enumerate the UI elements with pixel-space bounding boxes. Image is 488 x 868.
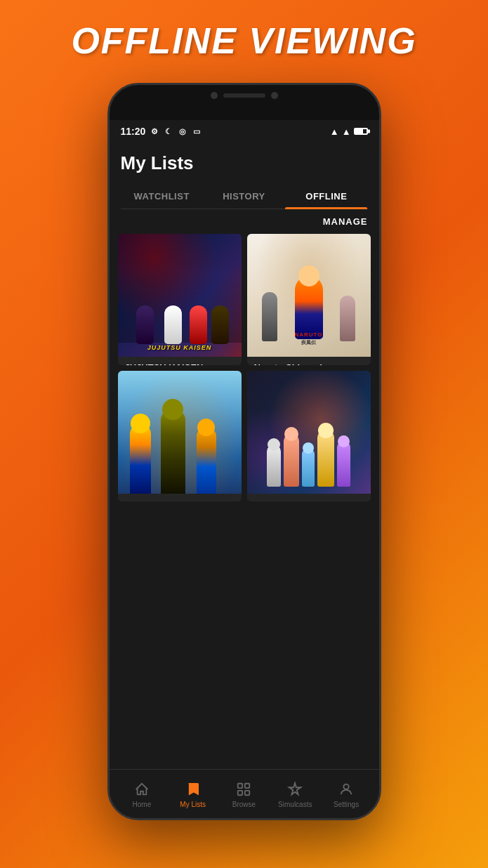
- hq-char-3: [197, 427, 216, 494]
- anime-info-jjk: JUJUTSU KAISEN 1 Episode ⋮: [118, 357, 242, 365]
- page-title: My Lists: [121, 152, 368, 174]
- anime-title-jjk: JUJUTSU KAISEN: [125, 362, 235, 365]
- jjk-title-overlay: JUJUTSU KAISEN: [147, 344, 212, 351]
- hq-char-2: [161, 409, 185, 494]
- wifi-icon: ▲: [330, 126, 339, 137]
- other-figures: [254, 378, 364, 487]
- camera-area: [211, 85, 278, 99]
- phone-device: 11:20 ⚙ ☾ ◎ ▭ ▲ ▲ My Lists: [107, 83, 381, 820]
- anime-poster-jjk: JUJUTSU KAISEN: [118, 234, 242, 357]
- of-char-1: [267, 445, 281, 487]
- svg-rect-0: [238, 784, 242, 788]
- char-figure-3: [190, 305, 207, 344]
- of-char-5: [337, 441, 350, 487]
- manage-row: MANAGE: [110, 209, 379, 234]
- anime-card-other[interactable]: Bungo Stray Dogs 1 Episode ⋮: [247, 371, 371, 502]
- battery-icon: [354, 128, 368, 135]
- of-char-4: [317, 430, 334, 487]
- tabs-bar: WATCHLIST HISTORY OFFLINE: [121, 184, 368, 209]
- nav-label-my-lists: My Lists: [180, 801, 206, 808]
- bottom-nav: Home My Lists: [110, 769, 379, 820]
- svg-point-4: [343, 784, 348, 789]
- browse-icon: [235, 781, 252, 798]
- camera-dot-right: [271, 92, 278, 99]
- simulcasts-icon: [286, 781, 303, 798]
- char-figure-4: [211, 305, 229, 344]
- settings-svg: [338, 782, 354, 797]
- camera-dot-left: [211, 92, 218, 99]
- settings-icon: [338, 781, 355, 798]
- anime-grid: JUJUTSU KAISEN JUJUTSU KAISEN 1 Episode …: [110, 234, 379, 501]
- anime-info-haikyuu: Haikyuu!! 1 Episode ⋮: [118, 494, 242, 502]
- nav-item-browse[interactable]: Browse: [218, 781, 270, 808]
- tab-watchlist[interactable]: WATCHLIST: [121, 184, 203, 209]
- manage-button[interactable]: MANAGE: [323, 216, 368, 227]
- of-char-2: [284, 434, 299, 487]
- offline-viewing-header: OFFLINE VIEWING: [0, 0, 488, 69]
- naruto-figure: [295, 276, 323, 339]
- moon-icon: ☾: [164, 126, 173, 136]
- anime-info-naruto: Naruto Shippuden 1 Episode ⋮: [247, 357, 371, 365]
- anime-poster-other: [247, 371, 371, 494]
- of-char-3: [302, 448, 315, 487]
- status-left: 11:20 ⚙ ☾ ◎ ▭: [121, 126, 202, 137]
- home-icon: [133, 781, 150, 798]
- svg-rect-3: [245, 791, 249, 795]
- gear-icon: ⚙: [150, 126, 159, 136]
- my-lists-icon: [185, 781, 202, 798]
- nav-item-my-lists[interactable]: My Lists: [167, 781, 218, 808]
- battery-fill: [355, 129, 363, 133]
- naruto-poster-text: NARUTO 疾風伝: [294, 331, 322, 346]
- nav-label-simulcasts: Simulcasts: [278, 801, 312, 808]
- hq-char-1: [130, 423, 151, 494]
- svg-rect-2: [238, 791, 242, 795]
- app-screen: My Lists WATCHLIST HISTORY OFFLINE MANAG…: [110, 143, 379, 820]
- nav-item-home[interactable]: Home: [117, 781, 168, 808]
- anime-card-jujutsu-kaisen[interactable]: JUJUTSU KAISEN JUJUTSU KAISEN 1 Episode …: [118, 234, 242, 365]
- anime-poster-naruto: NARUTO 疾風伝: [247, 234, 371, 357]
- haikyuu-figures: [118, 395, 242, 494]
- status-bar: 11:20 ⚙ ☾ ◎ ▭ ▲ ▲: [110, 120, 379, 143]
- anime-title-naruto: Naruto Shippuden: [254, 362, 364, 365]
- circle-icon: ◎: [178, 126, 187, 136]
- nav-item-settings[interactable]: Settings: [321, 781, 372, 808]
- tab-history[interactable]: HISTORY: [203, 184, 285, 209]
- nav-item-simulcasts[interactable]: Simulcasts: [270, 781, 321, 808]
- svg-rect-1: [245, 784, 249, 788]
- char-figure-2: [164, 305, 182, 344]
- simulcasts-svg: [287, 782, 303, 797]
- page-title-bar: My Lists WATCHLIST HISTORY OFFLINE: [110, 143, 379, 209]
- signal-icon: ▲: [342, 126, 351, 137]
- anime-card-haikyuu[interactable]: Haikyuu!! 1 Episode ⋮: [118, 371, 242, 502]
- phone-top-hardware: [110, 85, 379, 120]
- bookmark-svg: [185, 782, 201, 797]
- speaker-bar: [223, 93, 265, 98]
- anime-poster-haikyuu: [118, 371, 242, 494]
- browse-svg: [236, 782, 251, 797]
- status-right: ▲ ▲: [330, 126, 368, 137]
- char-figure-1: [136, 305, 154, 344]
- status-time: 11:20: [121, 126, 146, 137]
- anime-card-naruto[interactable]: NARUTO 疾風伝 Naruto Shippuden 1 Episode ⋮: [247, 234, 371, 365]
- nav-label-home: Home: [133, 801, 152, 808]
- header-title: OFFLINE VIEWING: [71, 20, 416, 61]
- nav-label-browse: Browse: [232, 801, 256, 808]
- phone-icon: ▭: [192, 126, 202, 136]
- home-svg: [134, 782, 150, 797]
- nav-label-settings: Settings: [334, 801, 359, 808]
- anime-info-other: Bungo Stray Dogs 1 Episode ⋮: [247, 494, 371, 502]
- tab-offline[interactable]: OFFLINE: [285, 184, 367, 209]
